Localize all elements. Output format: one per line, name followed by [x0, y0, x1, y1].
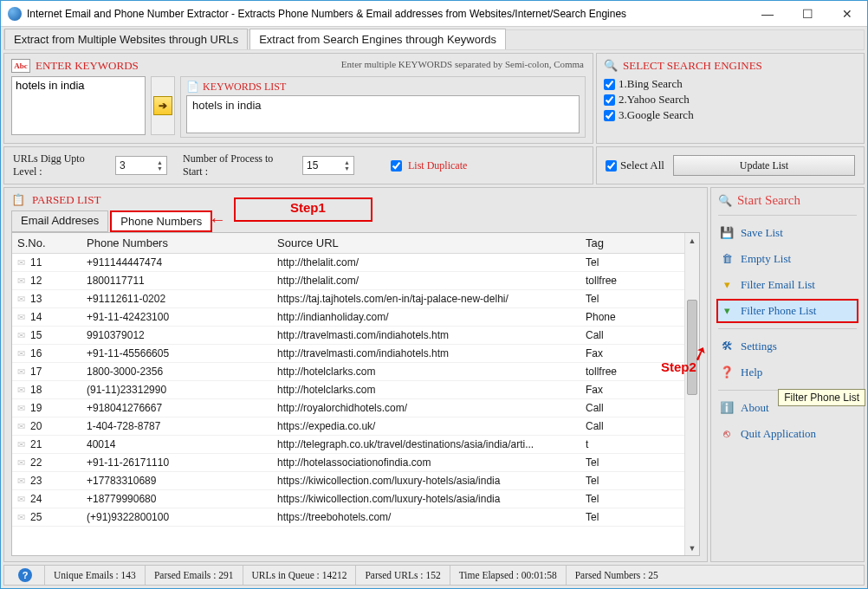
tab-phone-numbers[interactable]: Phone Numbers — [110, 210, 212, 232]
cell-tag: Tel — [580, 472, 684, 490]
cell-src: https://treebohotels.com/ — [272, 508, 580, 527]
cell-tag: Fax — [580, 381, 684, 399]
cell-phone: +91-11-42423100 — [81, 308, 272, 327]
keywords-list[interactable]: hotels in india — [186, 95, 580, 133]
save-list-label: Save List — [741, 226, 783, 240]
abc-icon: Abc — [11, 59, 30, 73]
table-row[interactable]: 121800117711http://thelalit.com/tollfree — [12, 272, 684, 290]
help-button[interactable]: ❓Help — [718, 362, 857, 383]
cell-src: http://royalorchidhotels.com/ — [272, 399, 580, 417]
col-source[interactable]: Source URL — [272, 233, 580, 254]
quit-icon: ⎋ — [720, 427, 734, 441]
table-row[interactable]: 22+91-11-26171110http://hotelassociation… — [12, 454, 684, 472]
select-all-checkbox[interactable] — [606, 160, 617, 172]
close-button[interactable]: ✕ — [827, 1, 867, 26]
cell-phone: (91-11)23312990 — [81, 381, 272, 399]
table-row[interactable]: 19+918041276667http://royalorchidhotels.… — [12, 399, 684, 417]
cell-tag: Tel — [580, 490, 684, 508]
parsed-title-text: PARSED LIST — [32, 193, 100, 207]
keywords-list-title-text: KEYWORDS LIST — [203, 81, 286, 94]
empty-list-button[interactable]: 🗑Empty List — [718, 249, 857, 269]
mode-tabs: Extract from Multiple Websites through U… — [3, 29, 865, 50]
cell-src: https://expedia.co.uk/ — [272, 417, 580, 436]
digg-level-stepper[interactable]: 3▲▼ — [115, 156, 167, 175]
cell-tag: Tel — [580, 290, 684, 308]
cell-src: http://hotelclarks.com — [272, 381, 580, 399]
filter-email-button[interactable]: ▾Filter Email List — [718, 275, 857, 295]
app-window: Internet Email and Phone Number Extracto… — [0, 0, 868, 589]
cell-src: https://taj.tajhotels.com/en-in/taj-pala… — [272, 290, 580, 308]
spinner-icon[interactable]: ▲▼ — [157, 159, 163, 172]
filter-phone-label: Filter Phone List — [741, 304, 816, 318]
maximize-button[interactable]: ☐ — [787, 1, 827, 26]
quit-button[interactable]: ⎋Quit Application — [718, 424, 857, 444]
status-parsed-urls: Parsed URLs : 152 — [356, 566, 450, 585]
cell-src: http://indianholiday.com/ — [272, 308, 580, 327]
table-row[interactable]: 23+17783310689https://kiwicollection.com… — [12, 472, 684, 490]
cell-sno: 24 — [12, 490, 81, 508]
question-icon: ? — [18, 568, 32, 582]
col-phone[interactable]: Phone Numbers — [81, 233, 272, 254]
table-row[interactable]: 25(+91)9322800100https://treebohotels.co… — [12, 508, 684, 527]
table-row[interactable]: 201-404-728-8787https://expedia.co.uk/Ca… — [12, 417, 684, 436]
cell-tag: Tel — [580, 254, 684, 272]
table-row[interactable]: 159910379012http://travelmasti.com/india… — [12, 327, 684, 345]
list-duplicate-checkbox[interactable] — [391, 160, 402, 172]
results-table-scroll[interactable]: S.No. Phone Numbers Source URL Tag 11+91… — [12, 233, 684, 555]
cell-tag: tollfree — [580, 272, 684, 290]
keywords-input[interactable] — [11, 76, 146, 135]
tab-email-addresses[interactable]: Email Addreses — [11, 210, 108, 232]
table-row[interactable]: 16+91-11-45566605http://travelmasti.com/… — [12, 345, 684, 363]
minimize-button[interactable]: — — [748, 1, 787, 26]
engine-yahoo-checkbox[interactable] — [604, 94, 615, 106]
keywords-list-title: 📄 KEYWORDS LIST — [186, 81, 580, 94]
separator — [718, 215, 857, 216]
engine-yahoo[interactable]: 2.Yahoo Search — [604, 92, 857, 107]
col-sno[interactable]: S.No. — [12, 233, 81, 254]
filter-email-label: Filter Email List — [741, 278, 815, 292]
process-label: Number of Process to Start : — [183, 152, 287, 178]
add-keyword-button[interactable]: ➔ — [153, 96, 172, 115]
process-count-stepper[interactable]: 15▲▼ — [302, 156, 354, 175]
list-duplicate-check[interactable]: List Duplicate — [387, 158, 467, 174]
cell-phone: 1800117711 — [81, 272, 272, 290]
table-row[interactable]: 2140014http://telegraph.co.uk/travel/des… — [12, 436, 684, 454]
start-search-button[interactable]: 🔍 Start Search — [718, 193, 857, 208]
cell-tag: Phone — [580, 308, 684, 327]
filter-phone-button[interactable]: ▾Filter Phone List — [716, 299, 858, 323]
update-list-button[interactable]: Update List — [673, 155, 855, 176]
vertical-scrollbar[interactable]: ▲ ▼ — [684, 233, 699, 555]
spinner-icon[interactable]: ▲▼ — [344, 159, 350, 172]
cell-tag: t — [580, 436, 684, 454]
select-all-check[interactable]: Select All — [606, 158, 664, 173]
engine-bing[interactable]: 1.Bing Search — [604, 76, 857, 92]
scroll-down-icon[interactable]: ▼ — [685, 540, 699, 555]
cell-phone: +17783310689 — [81, 472, 272, 490]
engine-google[interactable]: 3.Google Search — [604, 107, 857, 123]
save-list-button[interactable]: 💾Save List — [718, 223, 857, 243]
search-icon: 🔍 — [718, 194, 732, 208]
table-row[interactable]: 11+911144447474http://thelalit.com/Tel — [12, 254, 684, 272]
save-icon: 💾 — [720, 226, 734, 240]
table-row[interactable]: 18(91-11)23312990http://hotelclarks.comF… — [12, 381, 684, 399]
results-row: 📋 PARSED LIST Step1 ← Email Addreses Pho… — [3, 187, 865, 562]
tab-multiple-urls[interactable]: Extract from Multiple Websites through U… — [4, 29, 248, 49]
table-row[interactable]: 24+18779990680https://kiwicollection.com… — [12, 490, 684, 508]
engine-google-checkbox[interactable] — [604, 110, 615, 121]
cell-phone: 40014 — [81, 436, 272, 454]
scroll-track[interactable] — [685, 248, 699, 540]
help-icon: ❓ — [720, 366, 734, 379]
engine-bing-checkbox[interactable] — [604, 79, 615, 90]
settings-button[interactable]: 🛠Settings — [718, 336, 857, 357]
step1-arrow-icon: ← — [209, 210, 226, 230]
status-help-button[interactable]: ? — [10, 566, 45, 585]
scroll-up-icon[interactable]: ▲ — [685, 233, 699, 248]
tab-search-keywords[interactable]: Extract from Search Engines through Keyw… — [249, 29, 506, 49]
col-tag[interactable]: Tag — [580, 233, 684, 254]
separator — [718, 328, 857, 329]
table-row[interactable]: 13+91112611-0202https://taj.tajhotels.co… — [12, 290, 684, 308]
table-row[interactable]: 171800-3000-2356http://hotelclarks.comto… — [12, 363, 684, 381]
table-row[interactable]: 14+91-11-42423100http://indianholiday.co… — [12, 308, 684, 327]
cell-tag: Tel — [580, 454, 684, 472]
cell-sno: 18 — [12, 381, 81, 399]
